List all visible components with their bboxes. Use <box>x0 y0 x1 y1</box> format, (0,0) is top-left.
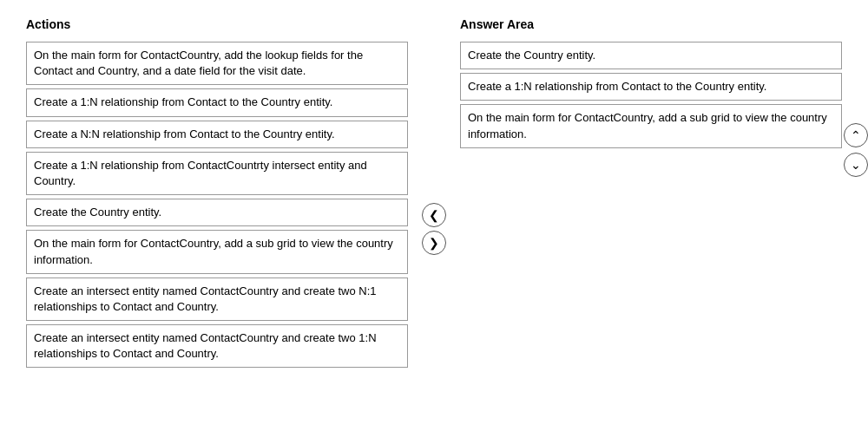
action-item[interactable]: On the main form for ContactCountry, add… <box>26 42 408 85</box>
action-item[interactable]: On the main form for ContactCountry, add… <box>26 230 408 273</box>
action-item[interactable]: Create a N:N relationship from Contact t… <box>26 121 408 148</box>
actions-header: Actions <box>26 17 408 31</box>
transfer-controls: ❮ ❯ <box>408 17 460 371</box>
action-item[interactable]: Create an intersect entity named Contact… <box>26 278 408 321</box>
action-item[interactable]: Create a 1:N relationship from Contact t… <box>26 88 408 116</box>
action-item[interactable]: Create the Country entity. <box>26 199 408 226</box>
move-right-button[interactable]: ❯ <box>422 231 446 255</box>
actions-column: Actions On the main form for ContactCoun… <box>26 17 408 371</box>
action-item[interactable]: Create a 1:N relationship from ContactCo… <box>26 152 408 195</box>
answer-area-header: Answer Area <box>460 17 842 31</box>
answer-item[interactable]: On the main form for ContactCountry, add… <box>460 104 842 147</box>
move-down-button[interactable]: ⌄ <box>844 153 868 177</box>
move-left-button[interactable]: ❮ <box>422 203 446 227</box>
answer-item[interactable]: Create a 1:N relationship from Contact t… <box>460 73 842 101</box>
answer-item[interactable]: Create the Country entity. <box>460 42 842 69</box>
answer-column: Answer Area Create the Country entity.Cr… <box>460 17 842 371</box>
actions-list: On the main form for ContactCountry, add… <box>26 42 408 368</box>
move-up-button[interactable]: ⌃ <box>844 123 868 147</box>
answer-list: Create the Country entity.Create a 1:N r… <box>460 42 842 148</box>
action-item[interactable]: Create an intersect entity named Contact… <box>26 324 408 368</box>
reorder-controls: ⌃ ⌄ <box>844 121 868 179</box>
